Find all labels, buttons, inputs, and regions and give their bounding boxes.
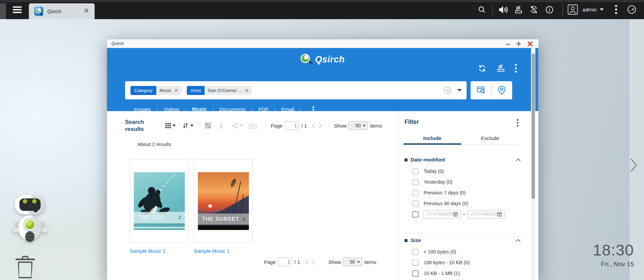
maximize-button[interactable] [516,41,522,47]
show-items-top: Show 50 items [334,121,382,130]
desktop: 18:30 Fri., Nov 15 Qsirch [0,0,644,280]
next-page-icon[interactable] [312,259,316,265]
collapse-date-section-icon[interactable] [516,158,521,161]
search-history-caret-icon[interactable] [457,89,462,92]
chip-remove-icon[interactable] [245,89,249,92]
thumbnail-size-icon[interactable] [205,123,211,129]
user-avatar-icon [568,4,578,15]
global-search-icon[interactable] [474,5,490,14]
window-titlebar[interactable]: Qsirch [107,39,538,48]
qsirch-magnifier-icon [301,54,312,65]
chip-remove-icon[interactable] [174,89,178,92]
items-per-page-select[interactable]: 50 [348,121,368,130]
file-station-icon: FS [249,123,257,129]
page-number-input[interactable] [285,121,299,130]
next-wallpaper-chevron-icon[interactable] [630,158,638,173]
close-button[interactable] [527,41,533,47]
background-tasks-icon[interactable] [497,64,505,73]
refresh-icon[interactable] [478,64,486,73]
date-from-input[interactable] [426,212,453,217]
pagination-bottom: Page / 1 Show 50 items [264,258,376,266]
next-page-icon[interactable] [318,123,322,129]
desktop-clock: 18:30 Fri., Nov 15 [593,241,634,268]
main-menu-icon[interactable] [13,6,22,13]
prev-page-icon[interactable] [305,259,309,265]
results-summary: About 2 results [138,141,171,147]
chip-field: Category [130,86,156,95]
advanced-search-button[interactable] [471,81,491,99]
results-heading: Search results [125,119,157,133]
filter-section-size: Size [405,237,421,243]
checkbox-previous-7-days[interactable] [412,190,419,196]
chip-value: Dan O'Connor ... [208,88,242,93]
album-art-the-sea: THE SEA ♪ [134,172,185,230]
qsirch-logo: Qsirch [107,51,538,68]
window-title: Qsirch [111,41,124,46]
taskbar-tab-close-icon[interactable] [84,8,89,13]
prev-page-icon[interactable] [312,123,316,129]
date-from-field[interactable] [424,210,461,219]
filter-option-row: 10 KB - 1 MB (1) [412,269,470,278]
cover-title: THE SEA [134,215,164,221]
calendar-icon[interactable] [497,212,502,217]
filter-tab-include[interactable]: Include [404,134,461,145]
background-tasks-icon[interactable] [511,5,526,14]
share-icon [232,123,238,129]
scrollbar-thumb[interactable] [532,53,535,199]
recycle-bin-icon[interactable] [15,256,35,279]
checkbox-today[interactable] [412,168,419,175]
search-input-bar[interactable]: Category Music Artist Dan O'Connor ... [125,81,467,99]
robot-head [15,195,45,215]
checkbox-previous-30-days[interactable] [412,200,419,207]
checkbox-yesterday[interactable] [412,179,419,185]
filter-option-row: Yesterday (0) [412,178,504,186]
result-card-sample-music-1[interactable]: THE SUNSET ♪ [194,159,253,243]
clear-search-icon[interactable] [443,86,452,95]
collapse-size-section-icon[interactable] [516,239,521,242]
filter-option-row-custom-range: - [412,210,504,219]
album-art-the-sunset: THE SUNSET ♪ [198,172,249,230]
filter-more-options-icon[interactable] [517,119,519,127]
window-scrollbar[interactable] [531,48,535,280]
minimize-button[interactable] [505,41,511,47]
page-number-input-bottom[interactable] [278,258,292,266]
robot-mascot[interactable] [14,195,46,237]
clock-time: 18:30 [593,241,634,259]
sort-button[interactable] [182,123,194,129]
external-device-sync-icon[interactable] [526,5,542,14]
header-more-options-icon[interactable] [515,64,517,73]
taskbar-tab-qsirch[interactable]: Qsirch [29,3,95,19]
view-mode-button[interactable] [165,123,176,128]
filter-option-row: 100 bytes - 10 KB (0) [412,258,470,267]
filter-chip-category[interactable]: Category Music [130,86,181,95]
pagination-top: Page / 1 [271,121,324,130]
checkbox-under-100-bytes[interactable] [412,249,419,255]
calendar-icon[interactable] [453,212,458,217]
result-card-sample-music-2[interactable]: THE SEA ♪ [130,159,189,243]
sort-icon [182,123,189,129]
checkbox-custom-date-range[interactable] [412,211,419,218]
filter-heading: Filter [405,119,419,126]
dashboard-icon[interactable] [624,5,639,14]
open-in-file-station-button[interactable]: FS [249,123,257,129]
location-search-button[interactable] [492,81,513,99]
result-link-sample-music-2[interactable]: Sample Music 2 [130,248,166,254]
user-menu[interactable]: admin [568,4,604,15]
checkbox-100bytes-10kb[interactable] [412,260,419,266]
info-icon[interactable] [542,5,557,14]
volume-icon[interactable] [495,5,511,14]
date-to-input[interactable] [470,212,497,217]
svg-text:FS: FS [252,125,255,128]
download-button[interactable] [218,123,224,129]
filter-tab-exclude[interactable]: Exclude [461,134,519,145]
clock-date: Fri., Nov 15 [593,261,634,268]
filter-chip-artist[interactable]: Artist Dan O'Connor ... [187,86,252,95]
chip-field: Artist [187,86,205,95]
taskbar-more-options-icon[interactable] [608,5,624,14]
username: admin [583,7,597,13]
share-button[interactable] [232,123,243,129]
checkbox-10kb-1mb[interactable] [412,270,419,277]
date-to-field[interactable] [468,210,504,219]
items-per-page-select-bottom[interactable]: 50 [343,258,362,266]
result-link-sample-music-1[interactable]: Sample Music 1 [194,248,230,254]
